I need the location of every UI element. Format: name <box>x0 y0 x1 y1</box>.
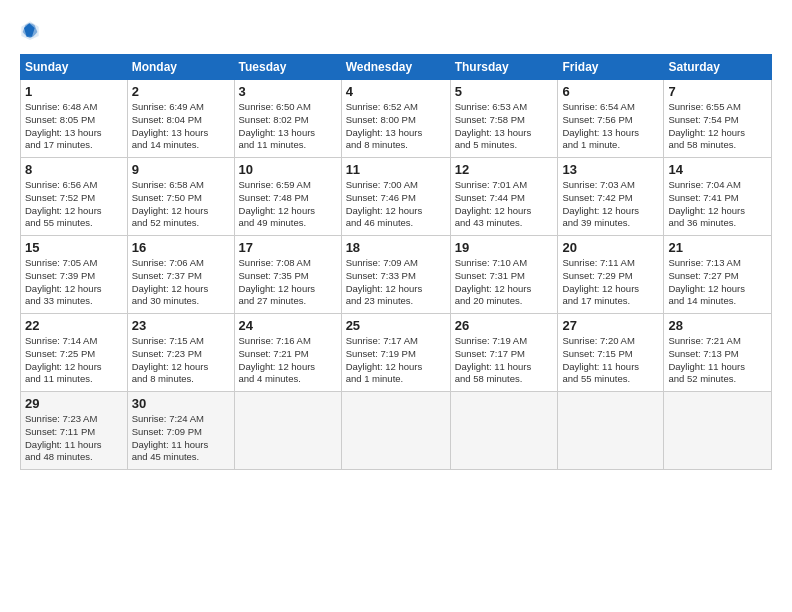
day-info: Sunrise: 6:56 AM Sunset: 7:52 PM Dayligh… <box>25 179 123 230</box>
day-number: 26 <box>455 318 554 333</box>
day-number: 8 <box>25 162 123 177</box>
calendar-cell: 2Sunrise: 6:49 AM Sunset: 8:04 PM Daylig… <box>127 80 234 158</box>
calendar-week: 8Sunrise: 6:56 AM Sunset: 7:52 PM Daylig… <box>21 158 772 236</box>
weekday-header: Sunday <box>21 55 128 80</box>
day-number: 3 <box>239 84 337 99</box>
day-number: 10 <box>239 162 337 177</box>
weekday-header: Tuesday <box>234 55 341 80</box>
calendar-cell: 10Sunrise: 6:59 AM Sunset: 7:48 PM Dayli… <box>234 158 341 236</box>
day-number: 16 <box>132 240 230 255</box>
calendar-cell <box>234 392 341 470</box>
day-number: 23 <box>132 318 230 333</box>
day-number: 13 <box>562 162 659 177</box>
day-number: 15 <box>25 240 123 255</box>
day-number: 17 <box>239 240 337 255</box>
calendar-cell: 4Sunrise: 6:52 AM Sunset: 8:00 PM Daylig… <box>341 80 450 158</box>
weekday-header: Saturday <box>664 55 772 80</box>
calendar-cell <box>450 392 558 470</box>
calendar-cell <box>558 392 664 470</box>
day-info: Sunrise: 7:21 AM Sunset: 7:13 PM Dayligh… <box>668 335 767 386</box>
day-number: 14 <box>668 162 767 177</box>
calendar-cell: 6Sunrise: 6:54 AM Sunset: 7:56 PM Daylig… <box>558 80 664 158</box>
day-number: 29 <box>25 396 123 411</box>
day-info: Sunrise: 7:11 AM Sunset: 7:29 PM Dayligh… <box>562 257 659 308</box>
calendar-cell: 7Sunrise: 6:55 AM Sunset: 7:54 PM Daylig… <box>664 80 772 158</box>
calendar-cell: 5Sunrise: 6:53 AM Sunset: 7:58 PM Daylig… <box>450 80 558 158</box>
day-number: 22 <box>25 318 123 333</box>
day-number: 24 <box>239 318 337 333</box>
day-info: Sunrise: 7:10 AM Sunset: 7:31 PM Dayligh… <box>455 257 554 308</box>
calendar-week: 1Sunrise: 6:48 AM Sunset: 8:05 PM Daylig… <box>21 80 772 158</box>
calendar-cell: 8Sunrise: 6:56 AM Sunset: 7:52 PM Daylig… <box>21 158 128 236</box>
calendar-cell: 16Sunrise: 7:06 AM Sunset: 7:37 PM Dayli… <box>127 236 234 314</box>
calendar-cell: 30Sunrise: 7:24 AM Sunset: 7:09 PM Dayli… <box>127 392 234 470</box>
day-info: Sunrise: 7:23 AM Sunset: 7:11 PM Dayligh… <box>25 413 123 464</box>
day-number: 1 <box>25 84 123 99</box>
day-number: 9 <box>132 162 230 177</box>
day-info: Sunrise: 7:24 AM Sunset: 7:09 PM Dayligh… <box>132 413 230 464</box>
day-number: 11 <box>346 162 446 177</box>
calendar-cell: 11Sunrise: 7:00 AM Sunset: 7:46 PM Dayli… <box>341 158 450 236</box>
day-number: 28 <box>668 318 767 333</box>
day-number: 2 <box>132 84 230 99</box>
calendar-cell: 19Sunrise: 7:10 AM Sunset: 7:31 PM Dayli… <box>450 236 558 314</box>
weekday-header: Monday <box>127 55 234 80</box>
calendar-cell: 14Sunrise: 7:04 AM Sunset: 7:41 PM Dayli… <box>664 158 772 236</box>
day-info: Sunrise: 7:03 AM Sunset: 7:42 PM Dayligh… <box>562 179 659 230</box>
calendar-cell: 28Sunrise: 7:21 AM Sunset: 7:13 PM Dayli… <box>664 314 772 392</box>
day-info: Sunrise: 7:20 AM Sunset: 7:15 PM Dayligh… <box>562 335 659 386</box>
calendar-week: 22Sunrise: 7:14 AM Sunset: 7:25 PM Dayli… <box>21 314 772 392</box>
calendar-cell <box>341 392 450 470</box>
calendar-cell: 23Sunrise: 7:15 AM Sunset: 7:23 PM Dayli… <box>127 314 234 392</box>
day-info: Sunrise: 7:15 AM Sunset: 7:23 PM Dayligh… <box>132 335 230 386</box>
day-number: 30 <box>132 396 230 411</box>
day-number: 6 <box>562 84 659 99</box>
day-info: Sunrise: 7:00 AM Sunset: 7:46 PM Dayligh… <box>346 179 446 230</box>
day-number: 5 <box>455 84 554 99</box>
day-info: Sunrise: 6:59 AM Sunset: 7:48 PM Dayligh… <box>239 179 337 230</box>
day-info: Sunrise: 6:48 AM Sunset: 8:05 PM Dayligh… <box>25 101 123 152</box>
calendar-cell: 3Sunrise: 6:50 AM Sunset: 8:02 PM Daylig… <box>234 80 341 158</box>
day-info: Sunrise: 7:08 AM Sunset: 7:35 PM Dayligh… <box>239 257 337 308</box>
day-info: Sunrise: 7:14 AM Sunset: 7:25 PM Dayligh… <box>25 335 123 386</box>
logo <box>20 20 44 40</box>
calendar-cell: 26Sunrise: 7:19 AM Sunset: 7:17 PM Dayli… <box>450 314 558 392</box>
calendar-cell: 15Sunrise: 7:05 AM Sunset: 7:39 PM Dayli… <box>21 236 128 314</box>
day-info: Sunrise: 7:06 AM Sunset: 7:37 PM Dayligh… <box>132 257 230 308</box>
calendar-cell: 20Sunrise: 7:11 AM Sunset: 7:29 PM Dayli… <box>558 236 664 314</box>
day-number: 19 <box>455 240 554 255</box>
logo-icon <box>20 20 40 40</box>
day-info: Sunrise: 7:09 AM Sunset: 7:33 PM Dayligh… <box>346 257 446 308</box>
header <box>20 20 772 40</box>
calendar-cell: 25Sunrise: 7:17 AM Sunset: 7:19 PM Dayli… <box>341 314 450 392</box>
weekday-row: SundayMondayTuesdayWednesdayThursdayFrid… <box>21 55 772 80</box>
calendar-week: 15Sunrise: 7:05 AM Sunset: 7:39 PM Dayli… <box>21 236 772 314</box>
day-info: Sunrise: 6:54 AM Sunset: 7:56 PM Dayligh… <box>562 101 659 152</box>
day-info: Sunrise: 7:05 AM Sunset: 7:39 PM Dayligh… <box>25 257 123 308</box>
day-number: 18 <box>346 240 446 255</box>
day-number: 4 <box>346 84 446 99</box>
calendar-cell: 21Sunrise: 7:13 AM Sunset: 7:27 PM Dayli… <box>664 236 772 314</box>
calendar-body: 1Sunrise: 6:48 AM Sunset: 8:05 PM Daylig… <box>21 80 772 470</box>
day-number: 25 <box>346 318 446 333</box>
day-info: Sunrise: 6:50 AM Sunset: 8:02 PM Dayligh… <box>239 101 337 152</box>
day-number: 21 <box>668 240 767 255</box>
calendar: SundayMondayTuesdayWednesdayThursdayFrid… <box>20 54 772 470</box>
day-number: 7 <box>668 84 767 99</box>
day-info: Sunrise: 7:16 AM Sunset: 7:21 PM Dayligh… <box>239 335 337 386</box>
calendar-cell: 29Sunrise: 7:23 AM Sunset: 7:11 PM Dayli… <box>21 392 128 470</box>
calendar-cell: 22Sunrise: 7:14 AM Sunset: 7:25 PM Dayli… <box>21 314 128 392</box>
weekday-header: Friday <box>558 55 664 80</box>
calendar-cell: 1Sunrise: 6:48 AM Sunset: 8:05 PM Daylig… <box>21 80 128 158</box>
weekday-header: Wednesday <box>341 55 450 80</box>
calendar-cell <box>664 392 772 470</box>
day-info: Sunrise: 7:01 AM Sunset: 7:44 PM Dayligh… <box>455 179 554 230</box>
calendar-cell: 12Sunrise: 7:01 AM Sunset: 7:44 PM Dayli… <box>450 158 558 236</box>
day-info: Sunrise: 6:58 AM Sunset: 7:50 PM Dayligh… <box>132 179 230 230</box>
day-number: 20 <box>562 240 659 255</box>
day-info: Sunrise: 6:52 AM Sunset: 8:00 PM Dayligh… <box>346 101 446 152</box>
page: SundayMondayTuesdayWednesdayThursdayFrid… <box>0 0 792 612</box>
calendar-header: SundayMondayTuesdayWednesdayThursdayFrid… <box>21 55 772 80</box>
calendar-cell: 18Sunrise: 7:09 AM Sunset: 7:33 PM Dayli… <box>341 236 450 314</box>
weekday-header: Thursday <box>450 55 558 80</box>
